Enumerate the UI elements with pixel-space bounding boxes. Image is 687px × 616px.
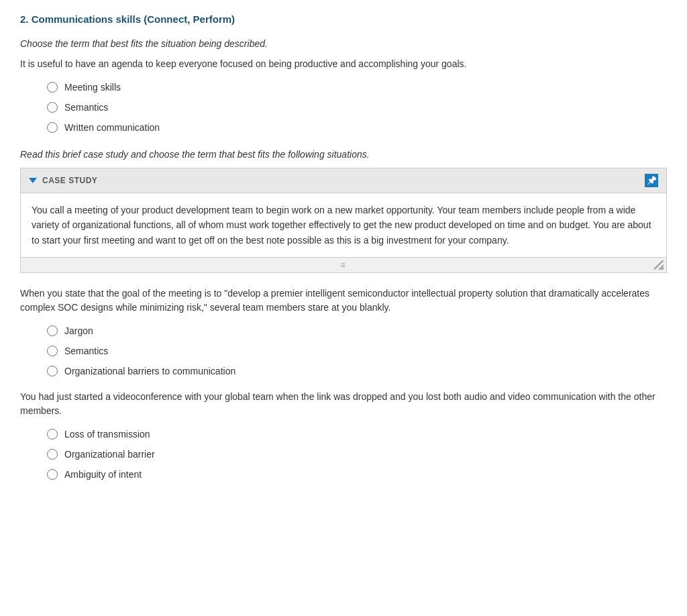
option-item: Ambiguity of intent — [47, 469, 667, 480]
option-label-semantics-1[interactable]: Semantics — [64, 102, 108, 113]
radio-organizational-barrier[interactable] — [47, 449, 58, 460]
question-3: You had just started a videoconference w… — [20, 390, 667, 418]
instruction-1: Choose the term that best fits the situa… — [20, 38, 667, 49]
options-group-1: Meeting skills Semantics Written communi… — [47, 82, 667, 133]
option-label-semantics-2[interactable]: Semantics — [64, 346, 108, 356]
option-item: Loss of transmission — [47, 429, 667, 440]
option-item: Organizational barrier — [47, 449, 667, 460]
radio-ambiguity-of-intent[interactable] — [47, 469, 58, 480]
option-item: Organizational barriers to communication — [47, 366, 667, 376]
pin-icon[interactable] — [645, 174, 658, 187]
radio-jargon[interactable] — [47, 325, 58, 336]
option-item: Semantics — [47, 102, 667, 113]
radio-semantics-1[interactable] — [47, 102, 58, 113]
instruction-2: Read this brief case study and choose th… — [20, 149, 667, 160]
option-label-organizational-barriers[interactable]: Organizational barriers to communication — [64, 366, 235, 376]
option-item: Written communication — [47, 122, 667, 133]
resize-bar: ≡ — [23, 260, 664, 270]
option-label-written-communication[interactable]: Written communication — [64, 122, 160, 133]
option-label-organizational-barrier[interactable]: Organizational barrier — [64, 449, 155, 460]
radio-written-communication[interactable] — [47, 122, 58, 133]
radio-meeting-skills[interactable] — [47, 82, 58, 93]
options-group-3: Loss of transmission Organizational barr… — [47, 429, 667, 480]
case-study-header: CASE STUDY — [21, 168, 666, 193]
case-study-label: CASE STUDY — [42, 176, 97, 185]
resize-handle-icon: ≡ — [341, 260, 347, 270]
case-study-content: You call a meeting of your product devel… — [21, 193, 666, 257]
radio-semantics-2[interactable] — [47, 346, 58, 356]
section-title: 2. Communications skills (Connect, Perfo… — [20, 13, 667, 25]
options-group-2: Jargon Semantics Organizational barriers… — [47, 325, 667, 376]
option-label-ambiguity-of-intent[interactable]: Ambiguity of intent — [64, 469, 142, 480]
question-2: When you state that the goal of the meet… — [20, 287, 667, 315]
triangle-icon — [29, 178, 37, 183]
option-item: Jargon — [47, 325, 667, 336]
option-label-jargon[interactable]: Jargon — [64, 325, 93, 336]
option-item: Meeting skills — [47, 82, 667, 93]
question-1: It is useful to have an agenda to keep e… — [20, 57, 667, 71]
option-item: Semantics — [47, 346, 667, 356]
option-label-meeting-skills[interactable]: Meeting skills — [64, 82, 121, 93]
case-study-resize-bar: ≡ — [21, 257, 666, 272]
radio-organizational-barriers[interactable] — [47, 366, 58, 376]
option-label-loss-of-transmission[interactable]: Loss of transmission — [64, 429, 150, 440]
case-study-header-left: CASE STUDY — [29, 176, 97, 185]
case-study-box: CASE STUDY You call a meeting of your pr… — [20, 168, 667, 273]
radio-loss-of-transmission[interactable] — [47, 429, 58, 440]
resize-corner-icon — [654, 260, 664, 270]
